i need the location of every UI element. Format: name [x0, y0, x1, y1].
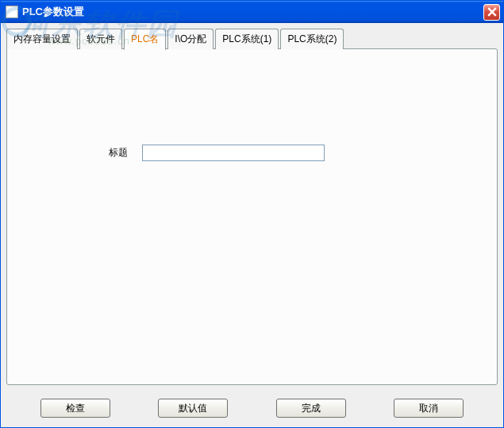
- close-icon: [487, 7, 497, 17]
- tab-label: 软元件: [87, 33, 115, 44]
- window-title: PLC参数设置: [22, 5, 483, 19]
- tab-label: PLC名: [131, 33, 159, 44]
- finish-button[interactable]: 完成: [276, 399, 346, 418]
- tab-plc-system-1[interactable]: PLC系统(1): [215, 29, 279, 49]
- button-row: 检查 默认值 完成 取消: [1, 391, 503, 427]
- app-icon: [6, 6, 18, 18]
- tab-memory-capacity[interactable]: 内存容量设置: [6, 29, 78, 49]
- tab-io-assign[interactable]: I\O分配: [167, 29, 214, 49]
- close-button[interactable]: [483, 4, 500, 21]
- tab-label: 内存容量设置: [13, 33, 71, 44]
- tab-label: PLC系统(1): [222, 33, 271, 44]
- dialog-window: PLC参数设置 内存容量设置 软元件 PLC名 I\O分配 PLC系统(1) P…: [0, 0, 504, 428]
- tab-strip: 内存容量设置 软元件 PLC名 I\O分配 PLC系统(1) PLC系统(2): [6, 29, 498, 49]
- tab-plc-system-2[interactable]: PLC系统(2): [280, 29, 344, 49]
- tab-plc-name[interactable]: PLC名: [124, 29, 166, 50]
- title-input[interactable]: [142, 145, 325, 161]
- cancel-button[interactable]: 取消: [394, 399, 464, 418]
- title-row: 标题: [109, 145, 497, 161]
- titlebar[interactable]: PLC参数设置: [1, 1, 503, 23]
- content-area: 内存容量设置 软元件 PLC名 I\O分配 PLC系统(1) PLC系统(2) …: [1, 23, 503, 391]
- check-button[interactable]: 检查: [40, 399, 110, 418]
- defaults-button[interactable]: 默认值: [158, 399, 228, 418]
- tab-label: PLC系统(2): [287, 33, 337, 44]
- tab-soft-device[interactable]: 软元件: [79, 29, 122, 49]
- title-label: 标题: [109, 146, 128, 160]
- tab-panel: 标题: [6, 48, 498, 385]
- tab-label: I\O分配: [175, 33, 206, 44]
